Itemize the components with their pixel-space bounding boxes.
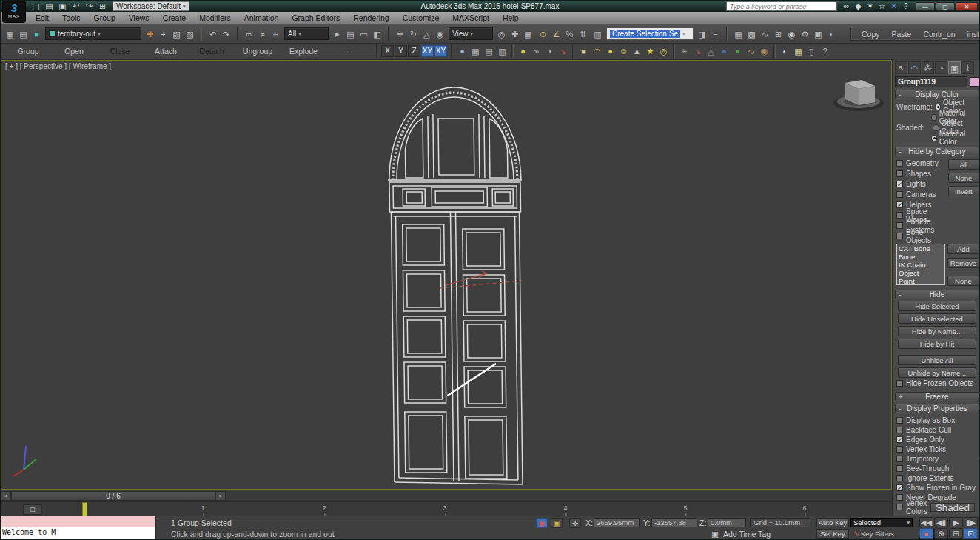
y-coordinate-field[interactable]: -12557.38 [651,518,697,527]
category-checkbox-row[interactable]: Geometry [896,159,948,168]
exchange-apps-icon[interactable]: ✕ [888,1,899,11]
radio-icon[interactable] [933,124,939,131]
tab-utilities[interactable]: ⌇ [961,61,974,74]
category-button[interactable]: Invert [948,186,979,196]
listener-script-row[interactable]: Welcome to M [1,527,155,539]
layer-color-swatch[interactable]: ■ [30,28,43,40]
dome-primitive-icon[interactable]: ◠ [591,45,603,57]
checkbox-icon[interactable] [896,427,903,433]
hide-button[interactable]: Hide Unselected [898,313,976,324]
display-property-row[interactable]: Ignore Extents [896,473,979,483]
workspace-dropdown[interactable]: Workspace: Default▾ [113,1,189,11]
rollout-display-color[interactable]: -Display Color [895,90,979,99]
listbox-item[interactable]: Point [897,277,944,285]
light-toggle-icon[interactable]: ● [517,45,529,57]
unhide-button[interactable]: Unhide by Name... [898,367,976,378]
axis-z-button[interactable]: Z [408,45,420,57]
select-by-name-icon[interactable]: ▤ [344,28,357,40]
hide-button[interactable]: Hide by Hit [898,339,976,349]
clipboard-button[interactable]: instance [967,30,980,39]
create-new-layer-icon[interactable]: ✚ [144,28,156,40]
menu-item[interactable]: Views [122,13,156,22]
time-tag-icon[interactable]: ▣ [711,530,719,539]
perspective-viewport[interactable]: [ + ] [ Perspective ] [ Wireframe ] [1,60,892,490]
communication-center-icon[interactable]: ✶ [865,1,876,11]
set-key-button[interactable]: Set Key [816,529,849,539]
checkbox-icon[interactable] [896,504,903,510]
bind-to-space-warp-icon[interactable]: ≋ [269,28,282,40]
object-name-field[interactable]: Group1119 [895,76,967,87]
previous-frame-button[interactable]: < [1,491,11,501]
display-property-row[interactable]: Trajectory [896,454,979,464]
star-primitive-icon[interactable]: ★ [644,45,657,57]
hide-button[interactable]: Hide Selected [898,301,976,311]
select-and-place-icon[interactable]: ◉ [434,28,446,40]
category-button[interactable]: All [948,159,979,170]
schematic-view-icon[interactable]: ⊞ [772,28,785,40]
display-property-row[interactable]: Backface Cull [896,425,979,435]
shade-toggle-icon[interactable]: ◑ [543,45,556,57]
rollout-hide[interactable]: -Hide [895,290,979,299]
menu-item[interactable]: Help [496,13,526,22]
absolute-mode-icon[interactable]: ✛ [569,518,581,528]
checkbox-icon[interactable] [896,446,903,453]
scene-explorer-toggle-icon[interactable]: ▦ [4,28,16,40]
listbox-item[interactable]: CAT Bone [897,244,944,253]
axis-y-button[interactable]: Y [395,45,407,57]
category-checkbox-row[interactable]: Shapes [896,169,948,179]
bin-icon[interactable]: ▯ [805,45,818,57]
menu-item[interactable]: Group [87,13,122,22]
property-list-icon[interactable]: ▤ [483,45,495,57]
graphite-ribbon-icon[interactable]: ▩ [745,28,758,40]
group-action-button[interactable]: Group [5,47,51,56]
display-property-row[interactable]: Show Frozen in Gray [896,483,979,493]
named-selection-set-dropdown[interactable]: Create Selection Se▾ [606,27,694,40]
checkbox-icon[interactable] [896,222,903,229]
new-scene-icon[interactable]: ▢ [30,1,41,11]
zoom-extents-icon[interactable]: ⊡ [964,528,978,539]
toolbar-icon[interactable] [511,44,514,58]
radio-row[interactable]: Material Color [896,133,979,143]
group-action-button[interactable]: ⁙ [326,47,372,56]
go-to-start-icon[interactable]: ◀◀ [919,517,933,527]
menu-item[interactable]: MAXScript [446,13,496,22]
toolbar-icon[interactable] [673,44,675,58]
select-and-manipulate-icon[interactable]: ✚ [509,28,521,40]
menu-item[interactable]: Tools [56,13,87,22]
listbox-item[interactable]: IK Chain Object [897,261,944,277]
help-icon[interactable]: ? [900,1,911,11]
shaded-sphere-icon[interactable]: ◐ [779,45,791,57]
track-bar[interactable]: ⊟ 123456 [1,501,892,516]
group-action-button[interactable]: Close [97,47,143,56]
previous-frame-icon[interactable]: ◀▮ [934,517,948,527]
save-file-icon[interactable]: ▣ [57,1,68,11]
checkbox-icon[interactable] [896,233,903,239]
infocenter-icon[interactable]: ◆ [853,1,864,11]
group-action-button[interactable]: Attach [143,47,189,56]
selection-lock-icon[interactable]: ▣ [551,518,563,528]
open-file-icon[interactable]: ▤ [44,1,55,11]
group-action-button[interactable]: Ungroup [235,47,281,56]
terrain-icon[interactable]: ◉ [758,45,771,57]
checkbox-icon[interactable] [896,484,903,491]
project-folder-icon[interactable]: ⊞ [97,1,108,11]
menu-item[interactable]: Customize [396,13,446,22]
hide-button[interactable]: Hide by Name... [898,326,976,336]
lattice-icon[interactable]: △ [705,45,717,57]
set-current-layer-icon[interactable]: ▨ [184,28,196,40]
select-and-link-icon[interactable]: ∞ [243,28,255,40]
application-menu-button[interactable]: 3 MAX [2,1,26,23]
toolbar-icon[interactable] [572,44,574,58]
material-editor-icon[interactable]: ◉ [785,28,798,40]
checkbox-icon[interactable] [896,494,903,501]
viewport-label[interactable]: [ + ] [ Perspective ] [ Wireframe ] [5,62,111,70]
use-pivot-center-icon[interactable]: ◎ [495,28,508,40]
category-checkbox-row[interactable]: Bone Objects [896,231,948,241]
render-production-icon[interactable]: ◐ [825,28,838,40]
restore-button[interactable]: ▢ [936,2,955,11]
rendered-frame-icon[interactable]: ▣ [812,28,825,40]
list-button[interactable]: Add [947,244,979,254]
z-coordinate-field[interactable]: 0.0mm [708,518,746,527]
snap-toggle-3d-icon[interactable]: ⊙ [537,28,549,40]
box-primitive-icon[interactable]: ■ [577,45,590,57]
